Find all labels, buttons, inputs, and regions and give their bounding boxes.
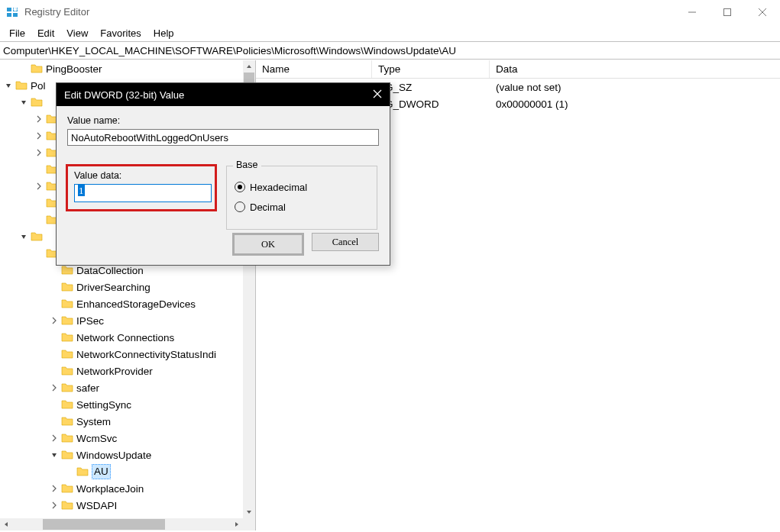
dialog-titlebar[interactable]: Edit DWORD (32-bit) Value — [57, 83, 390, 106]
col-name[interactable]: Name — [256, 60, 372, 78]
dialog-close-button[interactable] — [373, 89, 382, 101]
folder-icon — [61, 314, 73, 327]
chevron-down-icon[interactable] — [18, 233, 29, 240]
address-bar[interactable]: Computer\HKEY_LOCAL_MACHINE\SOFTWARE\Pol… — [0, 41, 780, 60]
folder-icon — [61, 264, 73, 276]
tree-item[interactable]: NetworkConnectivityStatusIndi — [0, 346, 243, 363]
app-title: Registry Editor — [24, 6, 89, 18]
tree-item[interactable]: NetworkProvider — [0, 363, 243, 379]
radio-dec-label: Decimal — [250, 202, 286, 213]
tree-item[interactable]: Network Connections — [0, 329, 243, 346]
close-button[interactable] — [745, 0, 780, 24]
folder-icon — [76, 466, 89, 478]
folder-icon — [61, 365, 73, 377]
tree-item[interactable]: PingBooster — [0, 60, 243, 77]
chevron-right-icon[interactable] — [34, 182, 44, 190]
scroll-left-icon[interactable] — [0, 518, 12, 530]
tree-item-label: NetworkProvider — [76, 366, 153, 377]
menu-edit[interactable]: Edit — [31, 26, 60, 40]
tree-item-label: IPSec — [76, 315, 104, 327]
base-groupbox: Base Hexadecimal Decimal — [226, 166, 377, 230]
folder-icon — [61, 298, 73, 310]
folder-icon — [61, 499, 73, 511]
radio-hexadecimal[interactable]: Hexadecimal — [235, 177, 369, 197]
radio-hex-label: Hexadecimal — [250, 182, 307, 193]
folder-icon — [61, 432, 73, 444]
chevron-down-icon[interactable] — [18, 98, 29, 106]
tree-item[interactable]: AU — [0, 463, 243, 480]
scroll-thumb[interactable] — [43, 519, 165, 530]
minimize-button[interactable] — [675, 0, 710, 24]
chevron-right-icon[interactable] — [49, 434, 60, 442]
menu-help[interactable]: Help — [147, 26, 180, 40]
value-data-group: Value data: 1 — [66, 164, 217, 211]
chevron-right-icon[interactable] — [49, 317, 60, 324]
col-data[interactable]: Data — [490, 60, 780, 78]
tree-item[interactable]: safer — [0, 379, 243, 396]
menu-view[interactable]: View — [60, 26, 94, 40]
scroll-right-icon[interactable] — [231, 518, 243, 530]
tree-item[interactable]: SettingSync — [0, 396, 243, 413]
chevron-right-icon[interactable] — [49, 384, 60, 392]
chevron-right-icon[interactable] — [34, 115, 44, 123]
folder-icon — [61, 482, 73, 495]
dialog-title: Edit DWORD (32-bit) Value — [64, 89, 184, 101]
tree-item-label: SettingSync — [76, 399, 131, 411]
menubar: File Edit View Favorites Help — [0, 24, 780, 41]
ok-button[interactable]: OK — [232, 233, 304, 256]
tree-item-label: safer — [76, 382, 99, 394]
folder-icon — [61, 281, 73, 293]
col-type[interactable]: Type — [372, 60, 490, 78]
chevron-right-icon[interactable] — [49, 485, 60, 492]
tree-item-label: WcmSvc — [76, 433, 117, 444]
value-data-field[interactable]: 1 — [74, 184, 212, 202]
tree-item[interactable]: DriverSearching — [0, 279, 243, 295]
menu-favorites[interactable]: Favorites — [94, 26, 147, 40]
svg-rect-0 — [7, 8, 11, 11]
radio-unchecked-icon — [235, 202, 245, 212]
svg-rect-6 — [724, 8, 731, 15]
tree-item[interactable]: IPSec — [0, 312, 243, 329]
base-legend: Base — [233, 160, 261, 170]
regedit-icon — [6, 6, 18, 18]
cell-data: (value not set) — [490, 82, 780, 93]
value-name-field[interactable] — [67, 129, 379, 146]
cell-data: 0x00000001 (1) — [490, 98, 780, 110]
tree-item[interactable]: WindowsUpdate — [0, 447, 243, 463]
folder-icon — [15, 79, 28, 92]
tree-item-label: System — [76, 416, 111, 427]
radio-decimal[interactable]: Decimal — [235, 197, 369, 217]
tree-item-label: WindowsUpdate — [76, 450, 151, 461]
tree-item-label: WorkplaceJoin — [76, 483, 144, 495]
chevron-right-icon[interactable] — [34, 132, 44, 140]
tree-item-label: PingBooster — [46, 63, 102, 75]
cancel-button[interactable]: Cancel — [312, 233, 379, 251]
chevron-right-icon[interactable] — [34, 149, 44, 156]
maximize-button[interactable] — [710, 0, 745, 24]
tree-item-label: Pol — [31, 80, 46, 92]
tree-item[interactable]: EnhancedStorageDevices — [0, 295, 243, 312]
tree-horizontal-scrollbar[interactable] — [0, 518, 243, 530]
chevron-right-icon[interactable] — [49, 501, 60, 509]
folder-icon — [31, 63, 43, 75]
chevron-down-icon[interactable] — [49, 451, 60, 459]
tree-item[interactable]: WSDAPI — [0, 497, 243, 514]
tree-item[interactable]: WorkplaceJoin — [0, 480, 243, 497]
tree-item[interactable]: System — [0, 413, 243, 430]
folder-icon — [61, 415, 73, 427]
tree-item-label: NetworkConnectivityStatusIndi — [76, 349, 216, 360]
tree-item-label: DriverSearching — [76, 282, 150, 293]
menu-file[interactable]: File — [3, 26, 31, 40]
scroll-down-icon[interactable] — [243, 506, 255, 518]
folder-icon — [61, 348, 73, 360]
tree-item[interactable]: WcmSvc — [0, 430, 243, 447]
chevron-down-icon[interactable] — [3, 82, 14, 89]
scroll-up-icon[interactable] — [243, 60, 255, 73]
folder-icon — [61, 398, 73, 411]
scroll-track[interactable] — [12, 518, 231, 530]
folder-icon — [31, 231, 43, 243]
folder-icon — [61, 449, 73, 461]
tree-item-label: Network Connections — [76, 332, 174, 343]
edit-dword-dialog: Edit DWORD (32-bit) Value Value name: Va… — [56, 82, 390, 266]
tree-item-label: DataCollection — [76, 265, 144, 276]
